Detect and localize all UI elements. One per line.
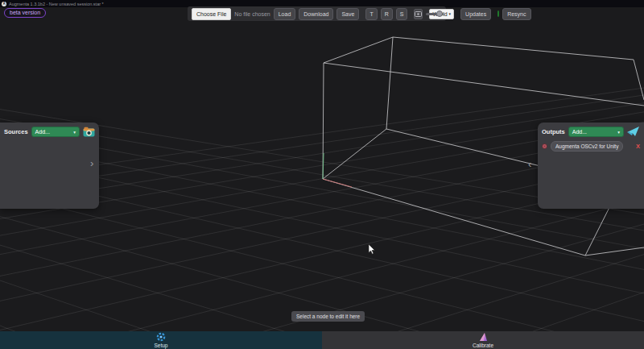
updates-button[interactable]: Updates: [460, 8, 491, 20]
rotate-mode-button[interactable]: R: [381, 8, 393, 20]
load-button[interactable]: Load: [274, 8, 296, 20]
choose-file-button[interactable]: Choose File: [192, 8, 231, 20]
paper-plane-icon[interactable]: [627, 127, 640, 137]
x-axis-hint: [323, 179, 352, 187]
tab-setup[interactable]: Setup: [0, 331, 322, 349]
snapshot-button[interactable]: [414, 9, 423, 19]
outputs-expand-chevron[interactable]: ‹: [528, 159, 531, 169]
tab-calibrate-label: Calibrate: [473, 343, 493, 348]
sources-add-dropdown[interactable]: Add... ▾: [31, 127, 80, 137]
select-arrow-icon: ▾: [449, 11, 452, 16]
outputs-title: Outputs: [542, 128, 565, 135]
tab-calibrate[interactable]: Calibrate: [322, 331, 644, 349]
camera-icon[interactable]: [83, 127, 95, 137]
outputs-add-label: Add...: [572, 129, 587, 135]
beta-version-badge: beta version: [4, 8, 46, 18]
resync-status-dot: [497, 10, 499, 17]
app-window: A Augmenta 1.3.1b2 - New unsaved session…: [0, 0, 644, 349]
node-edit-hint: Select a node to edit it here: [291, 311, 365, 322]
resync-button[interactable]: Resync: [502, 8, 530, 20]
record-dot-icon: [542, 143, 547, 149]
download-button[interactable]: Download: [299, 8, 333, 20]
mode-tabbar: Setup Calibrate: [0, 331, 644, 349]
dropdown-arrow-icon: ▾: [617, 130, 620, 135]
save-button[interactable]: Save: [336, 8, 359, 20]
output-item-row[interactable]: Augmenta OSCv2 for Unity X: [542, 141, 640, 152]
sources-title: Sources: [4, 128, 28, 135]
sources-panel: Sources Add... ▾: [0, 123, 99, 209]
mouse-cursor: [368, 244, 376, 255]
y-axis-hint: [323, 153, 324, 179]
outputs-panel: Outputs Add... ▾ Augmenta OSCv2 for Unit…: [538, 123, 644, 209]
remove-output-button[interactable]: X: [636, 143, 640, 150]
calibrate-icon: [478, 332, 489, 342]
window-title: Augmenta 1.3.1b2 - New unsaved session.s…: [9, 2, 104, 6]
translate-mode-button[interactable]: T: [365, 8, 377, 20]
main-toolbar: Choose File No file chosen Load Download…: [188, 6, 446, 21]
scale-mode-button[interactable]: S: [396, 8, 408, 20]
app-logo-icon: A: [2, 2, 6, 6]
setup-gear-icon: [156, 332, 166, 342]
output-item-label[interactable]: Augmenta OSCv2 for Unity: [551, 141, 623, 152]
sources-add-label: Add...: [35, 129, 50, 135]
file-status-text: No file chosen: [234, 11, 270, 17]
outputs-add-dropdown[interactable]: Add... ▾: [568, 127, 624, 137]
sources-expand-chevron[interactable]: ›: [90, 158, 93, 168]
dropdown-arrow-icon: ▾: [73, 130, 76, 135]
snapshot-icon: [415, 10, 422, 18]
tab-setup-label: Setup: [155, 343, 168, 348]
